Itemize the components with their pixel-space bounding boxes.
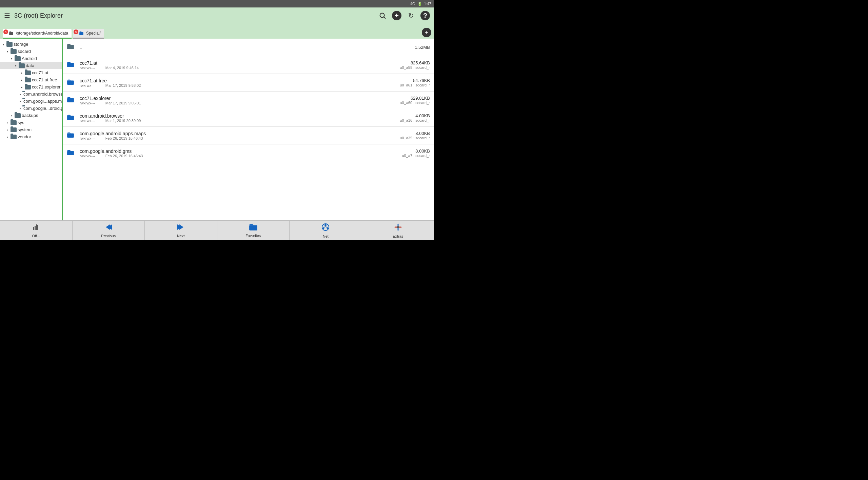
tree-item-googlemaps[interactable]: ▸ com.googl...apps.maps xyxy=(0,98,62,105)
svg-point-28 xyxy=(397,226,399,228)
tree-item-combrowser[interactable]: ▸ com.android.browser xyxy=(0,91,62,98)
file-right-ccc71at: 825.64KB u0_a58 : sdcard_r xyxy=(400,60,430,69)
file-name-googlemaps: com.google.android.apps.maps xyxy=(80,131,400,136)
tree-arrow-googlegms: ▸ xyxy=(20,107,21,110)
tree-label-sdcard: sdcard xyxy=(18,49,31,54)
file-right-googlegms: 8.00KB u0_a7 : sdcard_r xyxy=(402,148,430,158)
add-icon[interactable]: + xyxy=(392,11,401,20)
file-row-parent[interactable]: .. 1.52MB xyxy=(63,39,434,56)
tree-item-backups[interactable]: ▸ backups xyxy=(0,112,62,119)
folder-icon-ccc71atfree-file xyxy=(67,78,76,87)
app-title: 3C (root) Explorer xyxy=(14,12,374,19)
tree-label-googlemaps: com.googl...apps.maps xyxy=(23,99,63,104)
tree-item-ccc71atfree[interactable]: ▸ ccc71.at.free xyxy=(0,76,62,83)
svg-rect-13 xyxy=(36,224,37,230)
tab-close-sdcard[interactable]: ✕ xyxy=(3,29,8,34)
tree-label-combrowser: com.android.browser xyxy=(23,92,63,97)
folder-icon-googlemaps-file xyxy=(67,131,76,140)
tree-label-backups: backups xyxy=(22,113,38,118)
previous-button[interactable]: Previous xyxy=(73,221,145,240)
next-button[interactable]: Next xyxy=(145,221,217,240)
svg-rect-6 xyxy=(67,80,74,85)
file-name-combrowser: com.android.browser xyxy=(80,113,400,119)
file-row-ccc71at[interactable]: ccc71.at rwxrwx--- Mar 4, 2019 9:46:14 8… xyxy=(63,56,434,74)
file-meta-ccc71atfree: rwxrwx--- Mar 17, 2019 9:58:02 xyxy=(80,83,400,87)
tab-label-special: Special/ xyxy=(86,31,101,36)
favorites-button[interactable]: Favorites xyxy=(217,221,290,240)
folder-icon-ccc71explorer xyxy=(25,85,31,89)
svg-rect-4 xyxy=(67,45,74,49)
tab-close-special[interactable]: ✕ xyxy=(74,29,78,34)
file-row-combrowser[interactable]: com.android.browser rwxrwx--- Mar 1, 201… xyxy=(63,109,434,127)
tree-item-googlegms[interactable]: ▸ com.google...droid.gms xyxy=(0,105,62,112)
file-row-ccc71explorer[interactable]: ccc71.explorer rwxrwx--- Mar 17, 2019 9:… xyxy=(63,92,434,109)
svg-rect-10 xyxy=(67,151,74,155)
folder-icon-sys xyxy=(11,120,17,125)
file-info-combrowser: com.android.browser rwxrwx--- Mar 1, 201… xyxy=(80,113,400,123)
tree-arrow-data: ▾ xyxy=(14,64,18,67)
tab-special[interactable]: ✕ Special/ xyxy=(73,29,104,39)
svg-rect-19 xyxy=(249,225,257,230)
net-icon xyxy=(321,223,330,234)
tree-item-system[interactable]: ▸ system xyxy=(0,126,62,133)
tree-arrow-ccc71at: ▸ xyxy=(20,71,24,75)
file-row-googlemaps[interactable]: com.google.android.apps.maps rwxrwx--- F… xyxy=(63,127,434,144)
app-bar: ☰ 3C (root) Explorer + ↻ ? xyxy=(0,7,434,24)
file-size-ccc71at: 825.64KB xyxy=(411,60,430,65)
file-row-ccc71atfree[interactable]: ccc71.at.free rwxrwx--- Mar 17, 2019 9:5… xyxy=(63,74,434,92)
tree-label-vendor: vendor xyxy=(18,134,31,139)
file-size-combrowser: 4.00KB xyxy=(415,113,430,118)
file-right-combrowser: 4.00KB u0_a16 : sdcard_r xyxy=(400,113,430,122)
tree-item-sys[interactable]: ▸ sys xyxy=(0,119,62,126)
search-icon[interactable] xyxy=(378,11,387,20)
tab-sdcard[interactable]: ✕ /storage/sdcard/Android/data xyxy=(3,29,72,39)
file-meta-googlemaps: rwxrwx--- Feb 26, 2019 16:46:43 xyxy=(80,136,400,140)
file-info-ccc71explorer: ccc71.explorer rwxrwx--- Mar 17, 2019 9:… xyxy=(80,96,400,105)
file-size-googlegms: 8.00KB xyxy=(415,148,430,154)
next-label: Next xyxy=(177,234,185,238)
previous-icon xyxy=(104,223,113,233)
svg-rect-7 xyxy=(67,98,74,102)
tree-label-storage: storage xyxy=(14,42,28,47)
tree-item-sdcard[interactable]: ▾ sdcard xyxy=(0,48,62,55)
favorites-icon xyxy=(249,223,258,233)
svg-rect-9 xyxy=(67,133,74,138)
extras-button[interactable]: Extras xyxy=(362,221,434,240)
off-button[interactable]: Off... xyxy=(0,221,73,240)
file-right-ccc71atfree: 54.76KB u0_a61 : sdcard_r xyxy=(400,78,430,87)
refresh-icon[interactable]: ↻ xyxy=(406,11,416,20)
file-size-ccc71atfree: 54.76KB xyxy=(413,78,430,83)
tree-arrow-ccc71atfree: ▸ xyxy=(20,78,24,82)
tree-item-vendor[interactable]: ▸ vendor xyxy=(0,133,62,140)
help-icon[interactable]: ? xyxy=(420,11,430,20)
file-meta-googlegms: rwxrwx--- Feb 26, 2019 16:46:43 xyxy=(80,154,402,158)
file-name-ccc71explorer: ccc71.explorer xyxy=(80,96,400,101)
tree-item-ccc71explorer[interactable]: ▸ ccc71.explorer xyxy=(0,83,62,91)
tree-item-ccc71at[interactable]: ▸ ccc71.at xyxy=(0,69,62,76)
file-owner-ccc71at: u0_a58 : sdcard_r xyxy=(400,65,430,69)
file-row-googlegms[interactable]: com.google.android.gms rwxrwx--- Feb 26,… xyxy=(63,144,434,162)
folder-icon-android xyxy=(15,56,21,61)
file-owner-ccc71explorer: u0_a60 : sdcard_r xyxy=(400,101,430,105)
tree-arrow-sys: ▸ xyxy=(5,121,9,124)
tree-arrow-ccc71explorer: ▸ xyxy=(20,85,24,89)
status-bar: 4G 🔋 1:47 xyxy=(0,0,434,7)
tab-add-button[interactable]: + xyxy=(422,28,431,37)
tab-label-sdcard: /storage/sdcard/Android/data xyxy=(16,31,68,36)
net-button[interactable]: Net xyxy=(290,221,362,240)
file-meta-ccc71at: rwxrwx--- Mar 4, 2019 9:46:14 xyxy=(80,66,400,70)
tree-label-sys: sys xyxy=(18,120,24,125)
net-label: Net xyxy=(323,234,329,238)
folder-icon-ccc71at-file xyxy=(67,61,76,69)
tree-item-data[interactable]: ▾ data xyxy=(0,62,62,69)
tree-item-android[interactable]: ▾ Android xyxy=(0,55,62,62)
menu-icon[interactable]: ☰ xyxy=(4,12,10,20)
folder-icon-vendor xyxy=(11,135,17,139)
main-content: ▾ storage ▾ sdcard ▾ Android ▾ data ▸ cc… xyxy=(0,39,434,220)
folder-icon-data xyxy=(19,63,25,68)
tree-item-storage[interactable]: ▾ storage xyxy=(0,41,62,48)
folder-icon-ccc71explorer-file xyxy=(67,96,76,105)
file-info-parent: .. xyxy=(80,45,415,50)
file-right-parent: 1.52MB xyxy=(415,45,430,50)
extras-label: Extras xyxy=(393,234,403,238)
